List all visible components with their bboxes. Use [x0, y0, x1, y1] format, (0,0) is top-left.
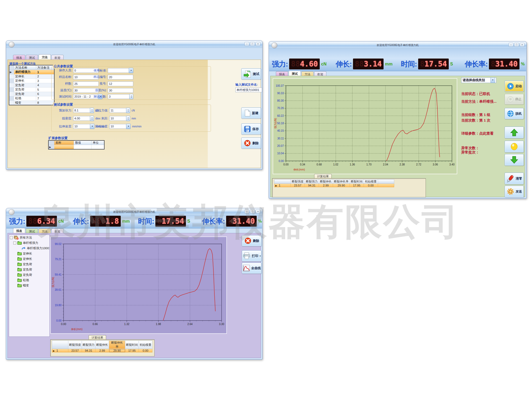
new-button[interactable]: 新建	[241, 107, 261, 119]
column-header[interactable]: 断裂强力	[82, 341, 95, 349]
send-params-button[interactable]: 发送	[505, 186, 524, 197]
close-button[interactable]: ×	[256, 42, 260, 46]
dropdown-arrow-icon[interactable]: ▼	[129, 68, 133, 73]
row-marker-icon: ▶	[53, 350, 55, 352]
column-header[interactable]: 断裂时间	[350, 180, 364, 184]
method-row[interactable]: ▶单纤维强力1	[9, 70, 54, 74]
result-row[interactable]: ▶1 23.5794.312.99 29.9017.950.00	[275, 184, 394, 187]
tree-expander[interactable]: -	[10, 236, 13, 239]
result-table: 断裂强度 断裂强力 断裂伸长 断裂伸长率 断裂时间 初始模量 ▶1 23.579…	[274, 179, 394, 187]
full-curve-button[interactable]: 全曲线	[242, 263, 261, 274]
method-row[interactable]: 蠕变8	[9, 101, 54, 105]
sample-no-input[interactable]: 20	[108, 75, 133, 80]
tree-item[interactable]: 定伸长	[9, 256, 49, 261]
print-button[interactable]: 打印▾	[242, 250, 261, 261]
standard-select[interactable]	[108, 68, 129, 73]
tree-item[interactable]: 松弛	[9, 277, 49, 283]
column-header[interactable]: 断裂强度	[291, 180, 305, 184]
test-button[interactable]: GO 测试	[241, 68, 261, 80]
clear-zero-button[interactable]: 清零	[505, 173, 524, 184]
spinner-icon[interactable]: ▲▼	[126, 116, 130, 121]
spinner-icon[interactable]: ▲▼	[126, 108, 130, 113]
column-header[interactable]: 数值	[74, 140, 92, 145]
column-header[interactable]: 断裂时间	[125, 341, 139, 349]
svg-text:2.72: 2.72	[416, 163, 421, 166]
minimize-button[interactable]: –	[509, 43, 513, 47]
selector-column-header	[275, 180, 291, 184]
column-header[interactable]: 初始模量	[139, 341, 152, 349]
svg-text:99.02: 99.02	[55, 243, 61, 246]
tree-root[interactable]: - 所有方法	[9, 235, 49, 240]
result-row[interactable]: ▶1 23.5794.312.99 29.9017.950.00	[52, 349, 152, 352]
field-label: 预加张力:	[52, 109, 72, 113]
return-speed-select[interactable]: 10	[109, 124, 126, 129]
column-header[interactable]: 断裂伸长	[319, 180, 333, 184]
tree-items: -单纤维强力单纤维强力10001定伸长定伸长定负荷定负荷定负荷松弛蠕变	[9, 240, 49, 288]
column-header[interactable]: 断裂伸长率	[333, 180, 350, 184]
tree-expander[interactable]: -	[13, 242, 16, 244]
test-count-stepper[interactable]: 3	[108, 94, 130, 99]
save-button[interactable]: 保存	[241, 123, 261, 135]
svg-text:0.00: 0.00	[61, 323, 66, 326]
title-bar[interactable]: 欢迎使用YG008E电子单纤维强力机 – □ ×	[6, 208, 262, 215]
delete-record-button[interactable]: 删除	[242, 235, 261, 246]
stop-button[interactable]: 停止	[505, 94, 524, 105]
method-row[interactable]: 定伸长3	[9, 79, 54, 83]
method-row[interactable]: 定负荷6	[9, 92, 54, 96]
move-up-button[interactable]	[505, 127, 524, 138]
offline-button[interactable]: 脱机	[505, 108, 524, 119]
svg-text:39.61: 39.61	[55, 288, 61, 291]
batch-no-input[interactable]: 12	[108, 81, 133, 86]
ext-empty-row[interactable]: ▶	[48, 145, 104, 149]
report-chart-panel: 0.0019.8039.6159.4179.2199.020.000.661.3…	[50, 236, 227, 334]
method-row[interactable]: 定负荷5	[9, 88, 54, 92]
status-detail-link[interactable]: 详细参数：点此查看	[461, 131, 494, 136]
tree-item[interactable]: 定负荷	[9, 267, 49, 272]
time-unit: S	[450, 62, 453, 66]
maximize-button[interactable]: □	[514, 43, 519, 47]
maximize-button[interactable]: □	[250, 210, 255, 214]
tree-item[interactable]: 定负荷	[9, 261, 49, 267]
method-row[interactable]: 松弛7	[9, 96, 54, 101]
minimize-button[interactable]: –	[244, 42, 249, 46]
dropdown-arrow-icon[interactable]: ▼	[491, 77, 495, 83]
humidity-input[interactable]: 30	[108, 88, 133, 93]
curve-type-select[interactable]: 请选择曲线类别▼	[461, 77, 496, 83]
window-title: 欢迎使用YG008E电子单纤维强力机	[6, 43, 262, 46]
filename-input[interactable]: 单纤维强力10001	[235, 88, 262, 92]
column-header[interactable]: 名称	[54, 140, 74, 145]
tree-item[interactable]: 定伸长	[9, 251, 49, 256]
gauge-stepper[interactable]: 10	[109, 116, 126, 121]
column-header[interactable]: 断裂强度	[68, 341, 82, 349]
column-header[interactable]: 断裂伸长	[95, 341, 109, 349]
gear-icon	[506, 188, 514, 196]
tree-item[interactable]: 定负荷	[9, 272, 49, 277]
minimize-button[interactable]: –	[244, 210, 249, 214]
close-button[interactable]: ×	[256, 210, 260, 214]
column-header[interactable]: 断裂强力	[305, 180, 319, 184]
move-down-button[interactable]	[505, 154, 524, 166]
column-header[interactable]: 断裂伸长率	[109, 341, 125, 349]
close-button[interactable]: ×	[520, 43, 525, 47]
delete-button[interactable]: 删除	[241, 138, 261, 149]
method-row[interactable]: 定伸长2	[9, 74, 54, 79]
column-header[interactable]: 初始模量	[364, 180, 378, 184]
spinner-icon[interactable]: ▲▼	[129, 94, 133, 99]
maximize-button[interactable]: □	[250, 42, 255, 46]
title-bar[interactable]: 欢迎使用YG008E电子单纤维强力机 – □ ×	[269, 41, 526, 49]
method-table: 方法名称 方法备注 ▶单纤维强力1定伸长2定伸长3定负荷4定负荷5定负荷6松弛7…	[9, 65, 55, 105]
dropdown-arrow-icon[interactable]: ▼	[126, 124, 131, 129]
elongation-unit: mm	[385, 62, 392, 66]
column-header[interactable]: 单位	[92, 140, 104, 145]
tree-item[interactable]: -单纤维强力	[9, 240, 49, 246]
start-force-stepper[interactable]: 11	[109, 108, 126, 113]
method-row[interactable]: 定负荷4	[9, 83, 54, 88]
start-button[interactable]: 启动	[505, 81, 524, 92]
tree-subitem[interactable]: 单纤维强力10001	[9, 246, 49, 251]
field-label: 线密度:	[52, 117, 72, 120]
column-header[interactable]: 方法名称	[14, 65, 36, 70]
title-bar[interactable]: 欢迎使用YG008E电子单纤维强力机 – □ ×	[6, 41, 262, 48]
stop-motion-button[interactable]	[505, 141, 524, 152]
tree-item[interactable]: 蠕变	[9, 283, 49, 288]
svg-text:0.68: 0.68	[317, 163, 322, 166]
